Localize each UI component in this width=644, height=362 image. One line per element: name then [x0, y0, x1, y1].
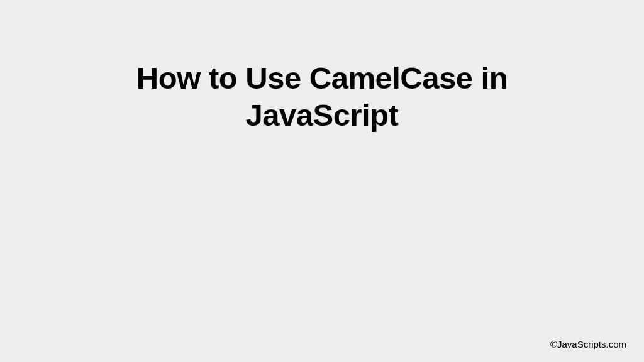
page-title: How to Use CamelCase in JavaScript	[83, 60, 561, 134]
footer-credit: ©JavaScripts.com	[550, 339, 626, 349]
